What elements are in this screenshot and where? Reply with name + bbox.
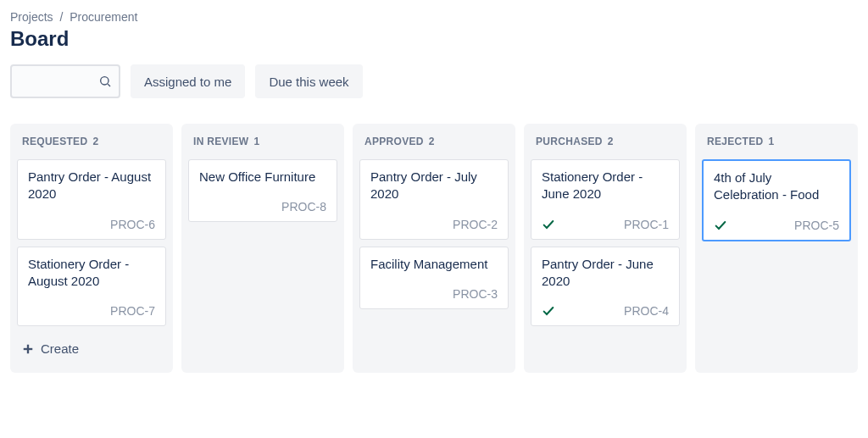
card-id: PROC-8	[281, 200, 326, 213]
card-id: PROC-2	[453, 218, 498, 231]
column-title: REJECTED	[707, 136, 763, 147]
column-count: 2	[429, 136, 435, 147]
column-header-in_review: IN REVIEW1	[193, 136, 332, 147]
check-icon	[714, 219, 727, 232]
column-header-purchased: PURCHASED2	[536, 136, 675, 147]
column-header-requested: REQUESTED2	[22, 136, 161, 147]
card-footer: PROC-2	[370, 217, 498, 232]
card-title: Stationery Order - June 2020	[542, 169, 669, 203]
check-icon	[542, 218, 555, 231]
card-footer: PROC-1	[542, 217, 669, 232]
card-proc-4[interactable]: Pantry Order - June 2020PROC-4	[531, 247, 680, 327]
search-icon	[98, 75, 112, 88]
card-proc-3[interactable]: Facility ManagementPROC-3	[359, 247, 509, 309]
card-footer: PROC-3	[370, 286, 498, 302]
card-title: 4th of July Celebration - Food	[714, 169, 839, 204]
card-title: Pantry Order - August 2020	[28, 169, 155, 203]
search-box[interactable]	[10, 64, 120, 98]
column-count: 2	[92, 136, 98, 147]
column-title: PURCHASED	[536, 136, 603, 147]
svg-rect-3	[24, 347, 33, 349]
card-footer: PROC-7	[28, 303, 155, 319]
card-id: PROC-1	[624, 218, 669, 231]
card-proc-8[interactable]: New Office FurniturePROC-8	[188, 159, 337, 222]
card-proc-6[interactable]: Pantry Order - August 2020PROC-6	[17, 159, 166, 240]
card-id: PROC-4	[624, 304, 669, 318]
card-proc-7[interactable]: Stationery Order - August 2020PROC-7	[17, 247, 166, 327]
plus-icon	[22, 343, 34, 355]
card-footer: PROC-8	[199, 199, 326, 214]
filter-button-assigned[interactable]: Assigned to me	[131, 64, 245, 98]
column-header-rejected: REJECTED1	[707, 136, 846, 147]
column-count: 1	[768, 136, 774, 147]
card-footer: PROC-4	[542, 303, 669, 319]
column-approved: APPROVED2Pantry Order - July 2020PROC-2F…	[353, 124, 515, 373]
card-id: PROC-3	[453, 287, 498, 301]
card-id: PROC-6	[110, 218, 155, 231]
filter-button-due[interactable]: Due this week	[255, 64, 362, 98]
card-proc-1[interactable]: Stationery Order - June 2020PROC-1	[531, 159, 680, 240]
column-title: REQUESTED	[22, 136, 87, 147]
card-title: Facility Management	[370, 256, 498, 273]
page-title: Board	[10, 27, 858, 51]
card-id: PROC-5	[794, 219, 839, 232]
svg-point-0	[101, 77, 108, 85]
card-id: PROC-7	[110, 304, 155, 318]
column-title: APPROVED	[364, 136, 424, 147]
card-footer: PROC-6	[28, 217, 155, 232]
toolbar: Assigned to meDue this week	[10, 64, 858, 98]
svg-line-1	[108, 84, 110, 86]
card-proc-2[interactable]: Pantry Order - July 2020PROC-2	[359, 159, 509, 240]
card-proc-5[interactable]: 4th of July Celebration - FoodPROC-5	[702, 159, 851, 241]
card-footer: PROC-5	[714, 218, 839, 233]
kanban-board: REQUESTED2Pantry Order - August 2020PROC…	[10, 124, 858, 373]
breadcrumb-link-projects[interactable]: Projects	[10, 10, 53, 24]
column-title: IN REVIEW	[193, 136, 248, 147]
breadcrumb-link-procurement[interactable]: Procurement	[70, 10, 137, 24]
column-purchased: PURCHASED2Stationery Order - June 2020PR…	[524, 124, 687, 373]
column-in_review: IN REVIEW1New Office FurniturePROC-8	[181, 124, 344, 373]
column-count: 2	[608, 136, 614, 147]
column-rejected: REJECTED14th of July Celebration - FoodP…	[695, 124, 858, 373]
card-title: Stationery Order - August 2020	[28, 256, 155, 291]
card-title: New Office Furniture	[199, 169, 326, 186]
breadcrumb-separator: /	[59, 10, 63, 24]
breadcrumb: Projects / Procurement	[10, 10, 858, 24]
card-title: Pantry Order - July 2020	[370, 169, 498, 203]
create-card-button[interactable]: Create	[17, 333, 166, 364]
card-title: Pantry Order - June 2020	[542, 256, 669, 291]
column-header-approved: APPROVED2	[364, 136, 504, 147]
column-requested: REQUESTED2Pantry Order - August 2020PROC…	[10, 124, 173, 373]
create-label: Create	[41, 341, 79, 356]
filter-buttons: Assigned to meDue this week	[131, 64, 363, 98]
column-count: 1	[253, 136, 259, 147]
check-icon	[542, 304, 555, 318]
